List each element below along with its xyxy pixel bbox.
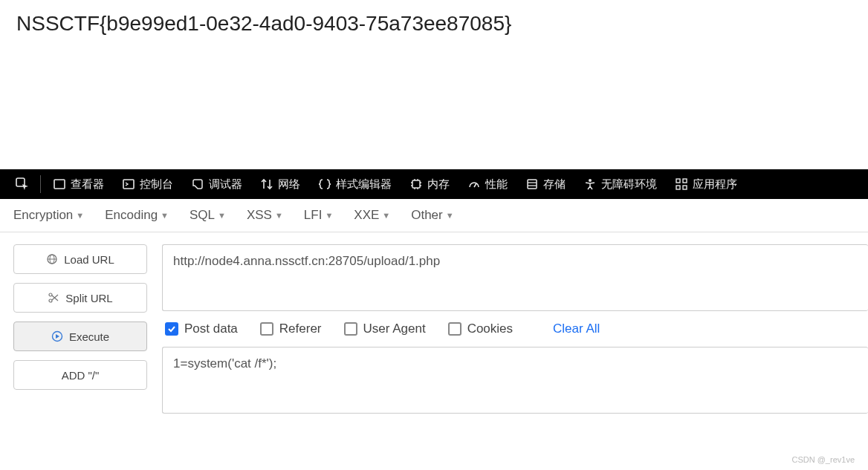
add-slash-button[interactable]: ADD "/" bbox=[13, 360, 147, 390]
svg-rect-9 bbox=[683, 179, 687, 183]
tab-label: 网络 bbox=[278, 177, 300, 192]
debugger-icon bbox=[191, 177, 204, 191]
svg-rect-11 bbox=[683, 186, 687, 189]
box-icon bbox=[53, 177, 66, 191]
tab-label: 应用程序 bbox=[693, 177, 737, 192]
tab-label: 内存 bbox=[427, 177, 450, 192]
svg-rect-1 bbox=[54, 180, 65, 189]
tab-console[interactable]: 控制台 bbox=[113, 169, 182, 199]
button-label: Split URL bbox=[65, 292, 112, 304]
svg-point-16 bbox=[49, 299, 52, 302]
svg-point-7 bbox=[589, 179, 592, 182]
scissors-icon bbox=[48, 292, 59, 304]
gauge-icon bbox=[467, 177, 481, 191]
menu-label: LFI bbox=[304, 208, 323, 223]
tab-storage[interactable]: 存储 bbox=[516, 169, 574, 199]
braces-icon bbox=[318, 177, 331, 191]
menu-encoding[interactable]: Encoding▼ bbox=[105, 208, 169, 223]
action-sidebar: Load URL Split URL Execute ADD "/" bbox=[13, 244, 147, 414]
tab-inspector[interactable]: 查看器 bbox=[44, 169, 113, 199]
svg-point-15 bbox=[49, 293, 52, 296]
accessibility-icon bbox=[583, 177, 597, 191]
picker-icon bbox=[15, 177, 30, 192]
checkbox-cookies[interactable]: Cookies bbox=[448, 322, 513, 336]
checkbox-user-agent[interactable]: User Agent bbox=[344, 322, 426, 336]
menu-encryption[interactable]: Encryption▼ bbox=[13, 208, 84, 223]
tab-label: 控制台 bbox=[140, 177, 173, 192]
globe-icon bbox=[46, 253, 58, 265]
menu-label: SQL bbox=[190, 208, 215, 223]
hackbar-body: Load URL Split URL Execute ADD "/" http:… bbox=[0, 232, 868, 414]
caret-down-icon: ▼ bbox=[161, 211, 169, 220]
svg-rect-3 bbox=[412, 180, 420, 188]
load-url-button[interactable]: Load URL bbox=[13, 244, 147, 274]
checkbox-referer[interactable]: Referer bbox=[260, 322, 322, 336]
checkbox-icon bbox=[260, 322, 273, 336]
caret-down-icon: ▼ bbox=[76, 211, 84, 220]
svg-rect-4 bbox=[528, 180, 537, 189]
play-icon bbox=[51, 330, 63, 342]
tab-style-editor[interactable]: 样式编辑器 bbox=[309, 169, 401, 199]
menu-label: Encoding bbox=[105, 208, 158, 223]
execute-button[interactable]: Execute bbox=[13, 322, 147, 351]
split-url-button[interactable]: Split URL bbox=[13, 283, 147, 313]
url-input[interactable]: http://node4.anna.nssctf.cn:28705/upload… bbox=[162, 244, 868, 311]
devtools-toolbar: 查看器 控制台 调试器 网络 样式编辑器 内存 性能 存储 无障碍环境 应用程序 bbox=[0, 169, 868, 199]
caret-down-icon: ▼ bbox=[218, 211, 226, 220]
network-icon bbox=[260, 177, 273, 191]
svg-rect-10 bbox=[676, 186, 680, 189]
tab-performance[interactable]: 性能 bbox=[459, 169, 516, 199]
element-picker-button[interactable] bbox=[7, 177, 37, 192]
clear-all-link[interactable]: Clear All bbox=[553, 322, 600, 336]
tab-debugger[interactable]: 调试器 bbox=[182, 169, 251, 199]
tab-label: 样式编辑器 bbox=[336, 177, 392, 192]
tab-label: 无障碍环境 bbox=[601, 177, 657, 192]
hackbar-menu: Encryption▼ Encoding▼ SQL▼ XSS▼ LFI▼ XXE… bbox=[0, 199, 868, 232]
separator bbox=[40, 175, 41, 193]
tab-label: 查看器 bbox=[71, 177, 104, 192]
options-row: Post data Referer User Agent Cookies Cle… bbox=[162, 322, 868, 336]
watermark-text: CSDN @_rev1ve bbox=[791, 455, 855, 464]
content-pane: http://node4.anna.nssctf.cn:28705/upload… bbox=[162, 244, 868, 414]
checkbox-icon bbox=[344, 322, 357, 336]
storage-icon bbox=[525, 177, 539, 191]
checkbox-icon bbox=[448, 322, 461, 336]
tab-memory[interactable]: 内存 bbox=[401, 169, 459, 199]
menu-label: XSS bbox=[247, 208, 272, 223]
menu-xxe[interactable]: XXE▼ bbox=[354, 208, 390, 223]
button-label: Execute bbox=[69, 330, 109, 343]
caret-down-icon: ▼ bbox=[446, 211, 454, 220]
menu-label: Encryption bbox=[13, 208, 73, 223]
tab-label: 性能 bbox=[485, 177, 508, 192]
checkbox-icon bbox=[165, 322, 178, 336]
tab-accessibility[interactable]: 无障碍环境 bbox=[574, 169, 666, 199]
checkbox-label: Post data bbox=[184, 322, 238, 336]
button-label: ADD "/" bbox=[62, 369, 100, 382]
tab-application[interactable]: 应用程序 bbox=[666, 169, 746, 199]
menu-label: XXE bbox=[354, 208, 379, 223]
checkbox-post-data[interactable]: Post data bbox=[165, 322, 238, 336]
menu-other[interactable]: Other▼ bbox=[411, 208, 453, 223]
menu-label: Other bbox=[411, 208, 443, 223]
tab-network[interactable]: 网络 bbox=[251, 169, 309, 199]
caret-down-icon: ▼ bbox=[382, 211, 390, 220]
button-label: Load URL bbox=[64, 253, 114, 266]
menu-xss[interactable]: XSS▼ bbox=[247, 208, 283, 223]
checkbox-label: Referer bbox=[279, 322, 322, 336]
menu-lfi[interactable]: LFI▼ bbox=[304, 208, 333, 223]
menu-sql[interactable]: SQL▼ bbox=[190, 208, 226, 223]
page-flag-text: NSSCTF{b9e99ed1-0e32-4ad0-9403-75a73ee87… bbox=[0, 0, 868, 48]
svg-rect-8 bbox=[676, 179, 680, 183]
post-data-input[interactable]: 1=system('cat /f*'); bbox=[162, 347, 868, 414]
caret-down-icon: ▼ bbox=[325, 211, 333, 220]
tab-label: 存储 bbox=[543, 177, 566, 192]
console-icon bbox=[122, 177, 135, 191]
caret-down-icon: ▼ bbox=[275, 211, 283, 220]
memory-icon bbox=[409, 177, 423, 191]
tab-label: 调试器 bbox=[209, 177, 242, 192]
checkbox-label: User Agent bbox=[363, 322, 426, 336]
grid-icon bbox=[675, 177, 688, 191]
checkbox-label: Cookies bbox=[467, 322, 513, 336]
